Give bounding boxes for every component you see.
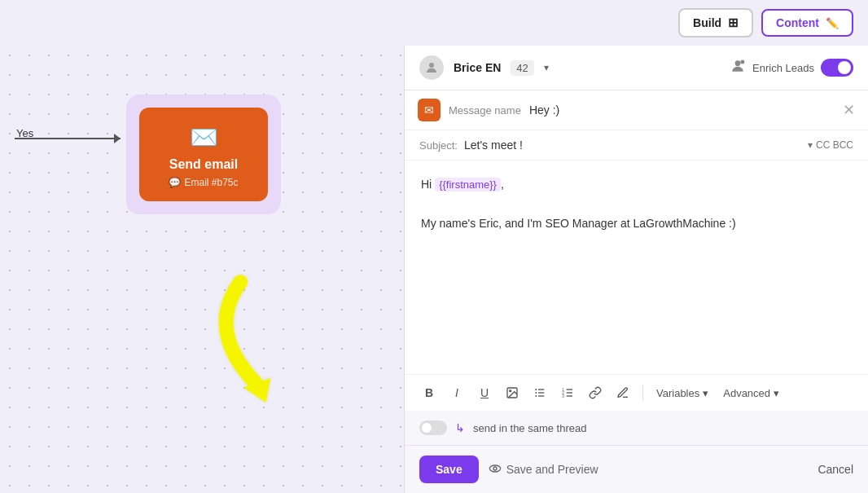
advanced-label: Advanced [723, 387, 770, 399]
editor-content-area[interactable]: Hi {{firstname}}, My name's Eric, and I'… [405, 161, 868, 374]
svg-point-2 [735, 60, 741, 66]
svg-point-5 [510, 390, 511, 392]
message-type-icon: ✉ [418, 99, 441, 121]
top-bar: Build ⊞ Content ✏️ [0, 0, 868, 46]
advanced-dropdown[interactable]: Advanced ▾ [718, 384, 784, 403]
action-row: Save Save and Preview Cancel [405, 446, 868, 493]
toolbar-divider [642, 385, 643, 401]
variables-label: Variables [656, 387, 699, 399]
subject-row: Subject: ▾ CC BCC [405, 130, 868, 161]
build-button[interactable]: Build ⊞ [678, 8, 753, 37]
advanced-chevron-icon: ▾ [774, 387, 779, 399]
svg-point-19 [493, 467, 497, 470]
main-layout: Yes ✉️ Send email 💬 Email #b75c [0, 46, 868, 493]
chat-icon: 💬 [169, 177, 181, 188]
enrich-leads-label: Enrich Leads [752, 62, 814, 74]
svg-point-9 [535, 389, 537, 390]
body-hi-text: Hi [421, 178, 435, 191]
link-button[interactable] [584, 381, 607, 404]
bullet-list-button[interactable] [528, 381, 551, 404]
user-avatar [419, 55, 444, 80]
svg-marker-0 [241, 371, 274, 403]
enrich-leads-section: Enrich Leads [730, 58, 853, 78]
eye-icon [489, 462, 502, 478]
email-icon: ✉️ [190, 124, 218, 151]
svg-point-18 [489, 465, 500, 472]
body-comma: , [501, 178, 504, 191]
enrich-leads-icon [730, 58, 746, 78]
firstname-tag: {{firstname}} [435, 178, 501, 191]
chevron-down-icon[interactable]: ▾ [544, 62, 549, 73]
thread-row: ↳ send in the same thread [405, 411, 868, 446]
build-icon: ⊞ [728, 15, 739, 30]
bold-button[interactable]: B [418, 381, 441, 404]
pencil-icon: ✏️ [826, 17, 839, 29]
email-node[interactable]: ✉️ Send email 💬 Email #b75c [126, 95, 281, 214]
message-name-input[interactable] [529, 103, 835, 117]
cc-bcc-button[interactable]: ▾ CC BCC [808, 139, 853, 151]
chevron-down-cc-icon: ▾ [808, 139, 813, 151]
svg-point-11 [535, 395, 537, 397]
build-label: Build [693, 16, 721, 29]
save-preview-button[interactable]: Save and Preview [489, 462, 598, 478]
message-name-label: Message name [449, 104, 521, 117]
close-icon[interactable]: ✕ [843, 101, 855, 119]
save-button[interactable]: Save [419, 456, 479, 483]
yellow-arrow [167, 256, 338, 433]
panel-header: Brice EN 42 ▾ Enrich Leads [405, 46, 868, 90]
italic-button[interactable]: I [445, 381, 468, 404]
email-editor: Subject: ▾ CC BCC Hi {{firstname}}, My n… [405, 130, 868, 411]
email-node-title: Send email [169, 157, 238, 172]
variables-chevron-icon: ▾ [703, 387, 708, 399]
ordered-list-button[interactable]: 123 [556, 381, 579, 404]
email-node-inner: ✉️ Send email 💬 Email #b75c [139, 108, 268, 201]
email-node-subtitle: 💬 Email #b75c [169, 177, 238, 188]
pen-button[interactable] [612, 381, 634, 404]
thread-toggle[interactable] [419, 420, 447, 435]
user-selector[interactable]: Brice EN [454, 61, 501, 74]
arrow-line [15, 138, 121, 139]
svg-point-10 [535, 392, 537, 394]
right-panel: Brice EN 42 ▾ Enrich Leads ✉ Message nam… [404, 46, 868, 493]
cancel-button[interactable]: Cancel [818, 463, 853, 476]
variables-dropdown[interactable]: Variables ▾ [651, 384, 713, 403]
thread-icon: ↳ [455, 421, 465, 434]
user-count-badge: 42 [511, 60, 533, 76]
thread-label: send in the same thread [473, 422, 586, 434]
body-line1: Hi {{firstname}}, [421, 175, 852, 195]
body-line2: My name's Eric, and I'm SEO Manager at L… [421, 214, 852, 234]
panel-header-left: Brice EN 42 ▾ [419, 55, 549, 80]
user-name: Brice EN [454, 61, 501, 74]
subject-label: Subject: [419, 139, 458, 152]
editor-toolbar: B I U 123 Va [405, 374, 868, 411]
content-label: Content [776, 16, 819, 29]
svg-text:3: 3 [562, 394, 564, 398]
svg-point-3 [740, 59, 744, 64]
svg-point-1 [429, 63, 434, 68]
subject-input[interactable] [464, 139, 801, 152]
canvas-area: Yes ✉️ Send email 💬 Email #b75c [0, 46, 404, 493]
image-button[interactable] [501, 381, 524, 404]
underline-button[interactable]: U [473, 381, 496, 404]
content-button[interactable]: Content ✏️ [761, 9, 853, 37]
save-preview-label: Save and Preview [506, 463, 598, 476]
connector-line [15, 138, 121, 139]
enrich-leads-toggle[interactable] [821, 59, 853, 77]
message-name-row: ✉ Message name ✕ [405, 90, 868, 130]
